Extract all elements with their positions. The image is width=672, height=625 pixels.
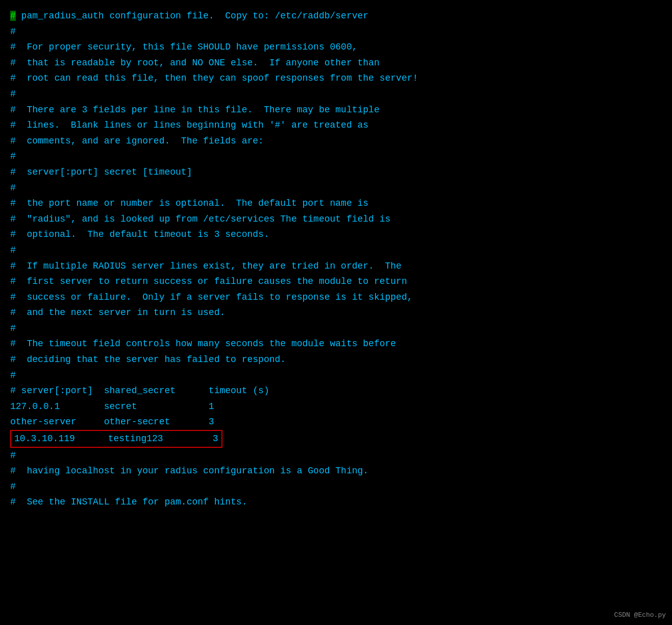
code-line: # having localhost in your radius config… <box>10 463 662 479</box>
code-line: # <box>10 479 662 495</box>
code-line: # The timeout field controls how many se… <box>10 336 662 352</box>
code-line: # lines. Blank lines or lines beginning … <box>10 117 662 133</box>
code-line: # server[:port] secret [timeout] <box>10 164 662 180</box>
code-line: # <box>10 24 662 40</box>
code-line: # and the next server in turn is used. <box>10 305 662 321</box>
code-line: # <box>10 86 662 102</box>
code-line: # "radius", and is looked up from /etc/s… <box>10 211 662 227</box>
code-line: # comments, and are ignored. The fields … <box>10 133 662 149</box>
code-line: # <box>10 149 662 164</box>
code-line: # success or failure. Only if a server f… <box>10 290 662 305</box>
code-line: # See the INSTALL file for pam.conf hint… <box>10 494 662 510</box>
code-line: # root can read this file, then they can… <box>10 70 662 86</box>
code-line: # There are 3 fields per line in this fi… <box>10 102 662 118</box>
code-line: # first server to return success or fail… <box>10 274 662 290</box>
code-line: # that is readable by root, and NO ONE e… <box>10 55 662 71</box>
code-line: other-server other-secret 3 <box>10 414 662 430</box>
code-line: # server[:port] shared_secret timeout (s… <box>10 383 662 399</box>
code-line: # If multiple RADIUS server lines exist,… <box>10 258 662 274</box>
code-line: # deciding that the server has failed to… <box>10 352 662 368</box>
code-line: # For proper security, this file SHOULD … <box>10 39 662 55</box>
code-line: # <box>10 448 662 464</box>
terminal-window: # pam_radius_auth configuration file. Co… <box>0 0 672 625</box>
code-line: # <box>10 243 662 258</box>
code-line: # the port name or number is optional. T… <box>10 196 662 211</box>
highlighted-config-row: 10.3.10.119 testing123 3 <box>10 430 662 448</box>
code-line: # <box>10 180 662 196</box>
code-line: # pam_radius_auth configuration file. Co… <box>10 8 662 24</box>
code-content: # pam_radius_auth configuration file. Co… <box>10 8 662 510</box>
code-line: # <box>10 368 662 383</box>
watermark: CSDN @Echo.py <box>614 611 666 619</box>
code-line: # optional. The default timeout is 3 sec… <box>10 227 662 243</box>
code-line: # <box>10 321 662 336</box>
code-line: 127.0.0.1 secret 1 <box>10 399 662 415</box>
